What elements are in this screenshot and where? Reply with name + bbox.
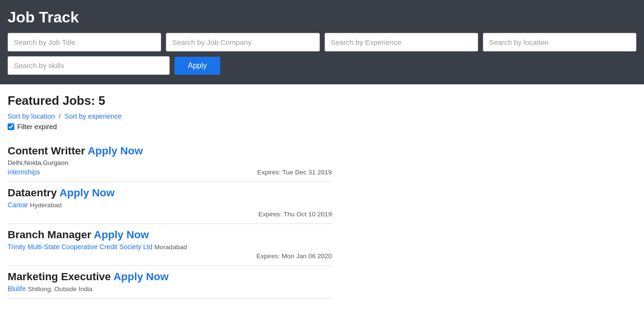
job-list: Content Writter Apply Now Delhi,Noida,Gu…	[8, 140, 332, 299]
filter-expired-checkbox[interactable]	[8, 123, 14, 130]
filter-expired-label: Filter expired	[17, 123, 57, 131]
job-title-row: Content Writter Apply Now	[8, 140, 332, 157]
job-title: Content Writter	[8, 145, 85, 157]
job-meta-row: internships Expires: Tue Dec 31 2019	[8, 168, 332, 178]
header: Job Track Apply	[0, 0, 644, 84]
job-title-input[interactable]	[8, 33, 161, 51]
location-input[interactable]	[483, 33, 636, 51]
search-row-2: Apply	[8, 56, 636, 75]
job-title-row: Branch Manager Apply Now	[8, 224, 332, 241]
company-link[interactable]: Blulife	[8, 285, 26, 293]
sort-divider: /	[59, 112, 61, 120]
apply-now-link[interactable]: Apply Now	[113, 271, 169, 283]
job-title: Marketing Executive	[8, 271, 111, 283]
filter-row: Filter expired	[8, 123, 636, 131]
apply-now-link[interactable]: Apply Now	[94, 229, 149, 241]
job-expires: Expires: Mon Jan 06 2020	[256, 253, 332, 260]
table-row: Marketing Executive Apply Now Blulife Sh…	[8, 266, 332, 299]
featured-title: Featured Jobs: 5	[8, 94, 636, 108]
job-location: Trinity Multi-State Cooperative Credit S…	[8, 243, 332, 251]
company-link[interactable]: Carear	[8, 201, 28, 209]
company-link[interactable]: Trinity Multi-State Cooperative Credit S…	[8, 243, 153, 251]
sort-by-location-link[interactable]: Sort by location	[8, 112, 55, 120]
company-location-city: Moradabad	[154, 243, 187, 251]
table-row: Dataentry Apply Now Carear Hyderabad Exp…	[8, 182, 332, 224]
apply-now-link[interactable]: Apply Now	[60, 187, 115, 199]
main-content: Featured Jobs: 5 Sort by location / Sort…	[0, 84, 644, 308]
skills-input[interactable]	[8, 56, 170, 75]
company-location-city: Shillong, Outside India	[28, 285, 92, 293]
experience-input[interactable]	[325, 33, 478, 51]
sort-by-experience-link[interactable]: Sort by experience	[64, 112, 122, 120]
search-row-1	[8, 33, 636, 51]
job-expires: Expires: Tue Dec 31 2019	[257, 169, 332, 176]
expires-right: Expires: Mon Jan 06 2020	[8, 253, 332, 262]
job-location: Delhi,Noida,Gurgaon	[8, 159, 332, 166]
job-company-input[interactable]	[166, 33, 319, 51]
sort-row: Sort by location / Sort by experience	[8, 112, 636, 120]
apply-now-link[interactable]: Apply Now	[88, 145, 143, 157]
app-title: Job Track	[8, 9, 636, 26]
apply-button[interactable]: Apply	[174, 57, 220, 75]
expires-right: Expires: Thu Oct 10 2019	[8, 211, 332, 220]
job-expires: Expires: Thu Oct 10 2019	[258, 211, 332, 218]
job-title: Branch Manager	[8, 229, 91, 241]
company-location: Hyderabad	[30, 202, 62, 209]
job-title-row: Marketing Executive Apply Now	[8, 266, 332, 283]
job-location: Blulife Shillong, Outside India	[8, 285, 332, 293]
job-title: Dataentry	[8, 187, 57, 199]
table-row: Content Writter Apply Now Delhi,Noida,Gu…	[8, 140, 332, 182]
job-type-link[interactable]: internships	[8, 168, 40, 176]
table-row: Branch Manager Apply Now Trinity Multi-S…	[8, 224, 332, 266]
job-title-row: Dataentry Apply Now	[8, 182, 332, 199]
job-location: Carear Hyderabad	[8, 201, 332, 209]
